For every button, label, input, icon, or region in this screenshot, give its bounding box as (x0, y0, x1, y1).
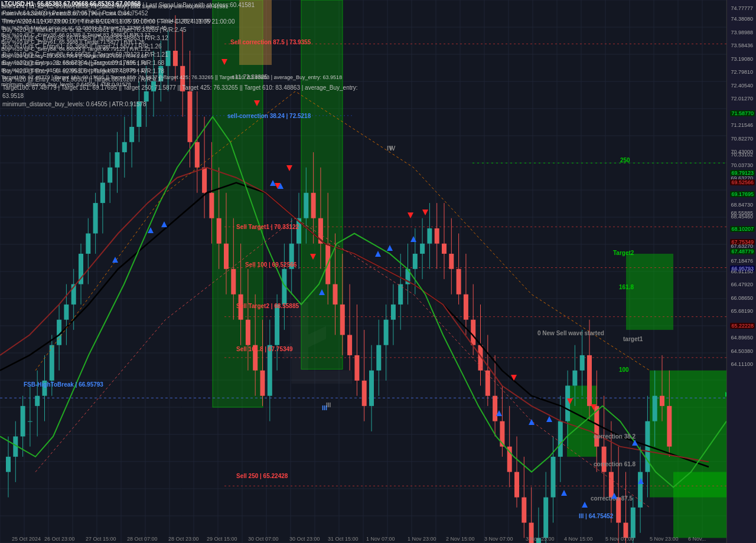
time-label-5: 29 Oct 15:00 (207, 536, 237, 542)
time-label-14: 4 Nov 15:00 (564, 536, 593, 542)
price-label-32: 64.89650 (731, 335, 755, 341)
price-label-33: 64.50380 (731, 348, 755, 354)
price-label-1: 74.38080 (731, 16, 755, 22)
price-label-16: 69.52566 (730, 179, 755, 185)
time-label-10: 1 Nov 23:00 (408, 536, 436, 542)
price-label-3: 73.58436 (731, 42, 755, 48)
price-label-10: 70.82270 (731, 136, 755, 142)
time-label-11: 2 Nov 15:00 (446, 536, 475, 542)
time-label-0: 25 Oct 2024 (12, 536, 41, 542)
time-label-16: 5 Nov 23:00 (650, 536, 679, 542)
time-label-15: 5 Nov 07:00 (605, 536, 634, 542)
price-label-4: 73.19080 (731, 56, 755, 62)
price-label-12: 70.33102 (731, 152, 755, 158)
price-label-24: 67.48779 (730, 248, 755, 254)
time-label-6: 30 Oct 07:00 (248, 536, 279, 542)
price-label-34: 64.11100 (731, 361, 755, 367)
chart-container: Line:1474 | h1_atr_c0: 0.9158 | tema_h1_… (0, 0, 756, 543)
price-axis: 74.7777774.3808073.9898873.5843673.19080… (726, 0, 756, 543)
time-label-12: 3 Nov 07:00 (484, 536, 513, 542)
time-axis: 25 Oct 202426 Oct 23:0027 Oct 15:0028 Oc… (0, 531, 726, 543)
time-label-7: 30 Oct 23:00 (289, 536, 320, 542)
price-label-30: 65.68190 (731, 308, 755, 314)
time-label-4: 28 Oct 23:00 (168, 536, 199, 542)
time-label-9: 1 Nov 07:00 (366, 536, 395, 542)
time-label-3: 28 Oct 07:00 (127, 536, 158, 542)
price-label-2: 73.98988 (731, 30, 755, 35)
time-label-13: 3 Nov 23:00 (526, 536, 555, 542)
time-label-1: 26 Oct 23:00 (44, 536, 75, 542)
time-label-8: 31 Oct 15:00 (328, 536, 359, 542)
price-label-28: 66.47920 (731, 282, 755, 287)
chart-canvas (0, 0, 726, 543)
price-label-35: 71.58770 (730, 110, 755, 116)
price-label-9: 71.21546 (731, 122, 755, 128)
price-label-6: 72.40540 (731, 83, 755, 89)
price-label-20: 68.45460 (731, 214, 755, 220)
price-label-5: 72.79810 (731, 69, 755, 75)
price-label-7: 72.01270 (731, 96, 755, 102)
price-label-29: 66.08650 (731, 295, 755, 301)
price-label-31: 65.22228 (730, 323, 755, 329)
time-label-2: 27 Oct 15:00 (86, 536, 116, 542)
price-label-21: 68.10207 (730, 226, 755, 232)
price-label-18: 68.84730 (731, 202, 755, 208)
price-label-27: 66.91150 (731, 269, 755, 274)
time-label-17: 6 Nov... (688, 536, 706, 542)
price-label-13: 70.03730 (731, 162, 755, 168)
price-label-25: 67.18476 (731, 258, 755, 264)
price-label-17: 69.17695 (730, 191, 755, 197)
price-label-0: 74.77777 (731, 5, 755, 11)
